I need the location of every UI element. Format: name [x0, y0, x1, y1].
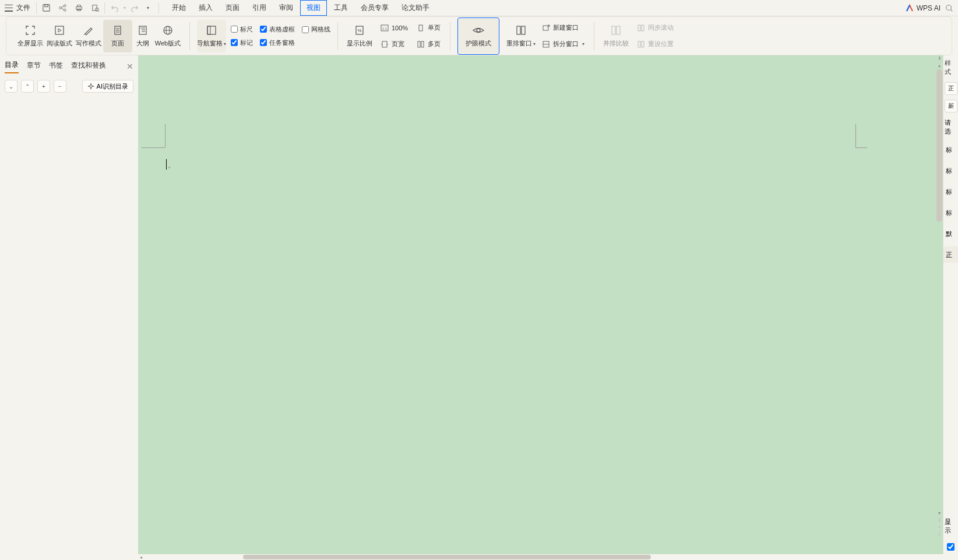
more-dropdown-icon[interactable]: ▾ — [147, 5, 149, 10]
style-item-h2[interactable]: 标 — [943, 163, 958, 179]
tab-member[interactable]: 会员专享 — [355, 1, 395, 15]
navigation-panel: 目录 章节 书签 查找和替换 ✕ ⌄ ⌃ + − AI识别目录 — [0, 55, 138, 554]
style-item-h3[interactable]: 标 — [943, 184, 958, 200]
file-menu[interactable]: 文件 — [16, 3, 30, 13]
svg-point-2 — [59, 7, 61, 9]
tab-reference[interactable]: 引用 — [246, 1, 272, 15]
display-ratio-button[interactable]: % 显示比例 — [345, 20, 374, 52]
nav-pane-button[interactable]: 导航窗格▾ — [197, 20, 226, 52]
hamburger-icon[interactable] — [5, 5, 13, 12]
arrow-down-glyph-icon[interactable]: ▾ — [938, 511, 941, 516]
page-layout-button[interactable]: 页面 — [103, 20, 132, 52]
tab-view[interactable]: 视图 — [300, 0, 327, 16]
svg-text:%: % — [357, 28, 361, 33]
view-modes-group: 全屏显示 阅读版式 写作模式 页面 大纲 Web版式 — [11, 19, 187, 54]
scroll-left-icon[interactable]: ◂ — [138, 555, 144, 560]
styles-show-checkbox[interactable] — [945, 541, 957, 554]
outline-button[interactable]: 大纲 — [132, 20, 153, 52]
print-preview-icon[interactable] — [90, 3, 100, 13]
share-icon[interactable] — [58, 3, 67, 13]
fullscreen-button[interactable]: 全屏显示 — [16, 20, 45, 52]
marks-checkbox[interactable]: 标记 — [231, 38, 253, 47]
svg-rect-38 — [421, 41, 424, 47]
page-down-glyph-icon[interactable]: ⋮ — [937, 532, 942, 537]
document-canvas[interactable]: ⤶ ⇞ ▴ ▾ ⋮ ◦ ⋮ — [138, 55, 943, 554]
table-frame-checkbox[interactable]: 表格虚框 — [260, 25, 295, 34]
minus-icon: − — [58, 83, 62, 90]
page-width-button[interactable]: 页宽 — [378, 38, 410, 51]
tab-review[interactable]: 审阅 — [273, 1, 299, 15]
style-chip-body[interactable]: 正 — [945, 82, 957, 95]
svg-point-4 — [64, 9, 66, 11]
vertical-scrollbar-thumb[interactable] — [936, 69, 942, 222]
arrange-window-icon — [515, 24, 527, 37]
split-window-button[interactable]: 拆分窗口▾ — [539, 38, 587, 51]
gridlines-checkbox[interactable]: 网格线 — [302, 25, 330, 34]
arrow-up-glyph-icon[interactable]: ▴ — [938, 64, 941, 68]
reset-position-button: 重设位置 — [634, 38, 676, 51]
style-chip-new[interactable]: 新 — [945, 100, 957, 112]
svg-point-13 — [946, 5, 952, 10]
undo-dropdown-icon[interactable]: ▾ — [124, 5, 126, 10]
page-target-glyph-icon[interactable]: ◦ — [939, 525, 941, 530]
tab-insert[interactable]: 插入 — [193, 1, 219, 15]
page-up-glyph-icon[interactable]: ⋮ — [937, 518, 942, 523]
reading-layout-button[interactable]: 阅读版式 — [45, 20, 74, 52]
wps-ai-button[interactable]: WPS AI — [905, 3, 941, 13]
ruler-checkbox[interactable]: 标尺 — [231, 25, 253, 34]
svg-rect-29 — [207, 26, 216, 34]
nav-panel-toolbar: ⌄ ⌃ + − AI识别目录 — [0, 75, 138, 97]
collapse-up-button[interactable]: ⌃ — [21, 80, 34, 93]
web-layout-button[interactable]: Web版式 — [153, 20, 182, 52]
writing-mode-button[interactable]: 写作模式 — [74, 20, 103, 52]
nav-tab-bookmarks[interactable]: 书签 — [49, 61, 63, 73]
horizontal-scrollbar[interactable]: ◂ — [138, 554, 943, 560]
svg-rect-42 — [543, 26, 548, 30]
nav-tab-chapters[interactable]: 章节 — [27, 61, 41, 73]
close-icon[interactable]: ✕ — [126, 62, 133, 71]
task-pane-checkbox[interactable]: 任务窗格 — [260, 38, 295, 47]
svg-rect-0 — [43, 5, 49, 11]
collapse-up-glyph-icon[interactable]: ⇞ — [938, 57, 942, 61]
add-button[interactable]: + — [37, 80, 50, 93]
expand-down-button[interactable]: ⌄ — [5, 80, 17, 93]
style-item-h4[interactable]: 标 — [943, 205, 958, 221]
redo-icon[interactable] — [131, 4, 139, 12]
scroll-indicator-bottom: ▾ ⋮ ◦ ⋮ — [936, 511, 943, 537]
arrange-window-button[interactable]: 重排窗口▾ — [506, 20, 536, 52]
svg-point-3 — [64, 5, 66, 7]
svg-rect-40 — [517, 26, 520, 34]
hscroll-track[interactable] — [144, 555, 943, 559]
undo-icon[interactable] — [111, 4, 119, 12]
print-icon[interactable] — [74, 3, 83, 13]
percent-icon: % — [353, 24, 366, 37]
remove-button[interactable]: − — [54, 80, 66, 93]
single-page-button[interactable]: 单页 — [414, 22, 443, 34]
tab-thesis[interactable]: 论文助手 — [396, 1, 435, 15]
new-window-icon — [541, 23, 551, 33]
svg-line-12 — [98, 10, 99, 12]
new-window-button[interactable]: 新建窗口 — [539, 22, 587, 34]
reading-layout-icon — [53, 24, 66, 37]
tab-tools[interactable]: 工具 — [328, 1, 354, 15]
multi-page-button[interactable]: 多页 — [414, 38, 443, 51]
side-by-side-button[interactable]: 并排比较 — [601, 20, 631, 52]
search-icon[interactable] — [945, 4, 953, 12]
tab-page[interactable]: 页面 — [220, 1, 245, 15]
svg-rect-1 — [44, 5, 48, 7]
style-item-normal[interactable]: 正 — [943, 246, 958, 263]
ai-toc-button[interactable]: AI识别目录 — [82, 80, 133, 93]
nav-tab-toc[interactable]: 目录 — [5, 60, 19, 73]
save-icon[interactable] — [41, 3, 51, 13]
side-by-side-icon — [610, 24, 622, 37]
nav-tab-find-replace[interactable]: 查找和替换 — [71, 61, 106, 73]
tab-start[interactable]: 开始 — [166, 1, 192, 15]
zoom-100-button[interactable]: 1:1 100% — [378, 22, 410, 34]
svg-line-5 — [61, 6, 64, 8]
style-item-default[interactable]: 默 — [943, 226, 958, 242]
hscroll-thumb[interactable] — [243, 555, 651, 559]
style-item-h1[interactable]: 标 — [943, 142, 958, 158]
scroll-indicator-top: ⇞ ▴ — [936, 57, 943, 68]
eye-protect-button[interactable]: 护眼模式 — [457, 17, 499, 55]
styles-panel: 样式 正 新 请选 标 标 标 标 默 正 显示 — [943, 55, 958, 554]
